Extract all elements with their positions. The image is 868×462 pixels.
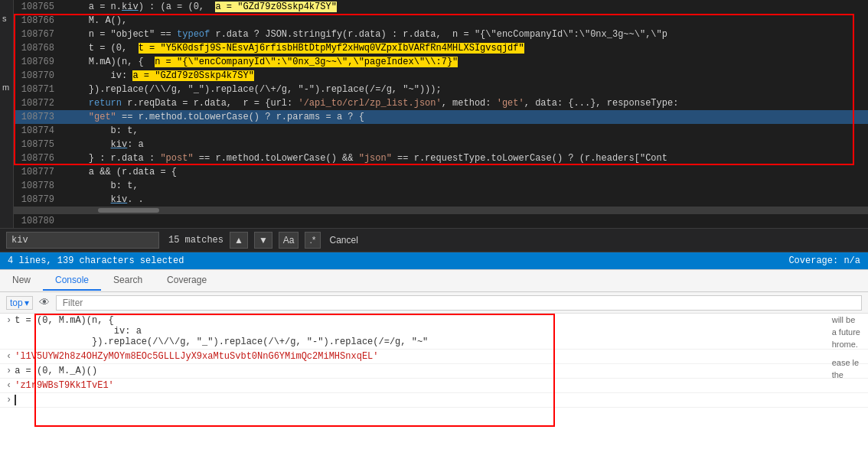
console-toolbar: top ▾ 👁 [0, 292, 868, 314]
editor-section: s m 108765 a = n.kiv) : (a = (0, a = "GZ… [0, 0, 868, 228]
code-line-108772: 108772 return r.reqData = r.data, r = {u… [14, 96, 868, 110]
console-msg-cursor[interactable]: › [0, 393, 868, 408]
code-line-108780: 108780 [0, 214, 868, 228]
find-input[interactable] [6, 232, 159, 249]
code-line-108776: 108776 } : r.data : "post" == r.method.t… [14, 151, 868, 165]
side-warnings: will be a future hrome. ease le the [832, 314, 860, 381]
output-arrow-4[interactable]: ‹ [6, 380, 11, 391]
tab-search[interactable]: Search [101, 271, 155, 291]
console-context-select[interactable]: top ▾ [6, 296, 33, 310]
console-msg-3: › a = (0, M._A)() [0, 364, 868, 379]
code-line-108774: 108774 b: t, [14, 124, 868, 138]
sidebar-char-s: s [2, 14, 7, 23]
devtools-tabbar: New Console Search Coverage [0, 269, 868, 292]
hscrollbar[interactable] [0, 207, 868, 214]
code-line-108778: 108778 b: t, [14, 179, 868, 193]
code-line-108767: 108767 n = "object" == typeof r.data ? J… [14, 28, 868, 41]
tab-new[interactable]: New [0, 271, 43, 291]
find-cancel-button[interactable]: Cancel [330, 235, 358, 246]
input-arrow-3[interactable]: › [6, 366, 11, 376]
code-line-108768: 108768 t = (0, t = "Y5K0dsfj9S-NEsvAj6rf… [14, 41, 868, 55]
code-line-108766: 108766 M. A(), [14, 14, 868, 28]
console-messages-container: › t = (0, M.mA)(n, { iv: a }).replace(/\… [0, 314, 868, 408]
output-arrow-2[interactable]: ‹ [6, 351, 11, 362]
status-coverage: Coverage: n/a [788, 255, 860, 266]
hscrollbar-thumb[interactable] [98, 208, 159, 213]
code-line-108770: 108770 iv: a = "GZd79z0Sskp4k7SY" [14, 69, 868, 83]
status-selection: 4 lines, 139 characters selected [8, 255, 184, 266]
find-regex-button[interactable]: .* [305, 232, 320, 249]
input-arrow-cursor[interactable]: › [6, 395, 11, 405]
code-lines: 108765 a = n.kiv) : (a = (0, a = "GZd79z… [0, 0, 868, 207]
input-arrow-1[interactable]: › [6, 315, 11, 326]
console-filter-input[interactable] [56, 295, 862, 311]
code-line-108779: 108779 kiv. . [14, 193, 868, 207]
sidebar-char-m: m [2, 83, 9, 92]
eye-icon[interactable]: 👁 [39, 297, 50, 309]
console-msg-4: ‹ 'z1r9WBsT9Kk1TvE1' [0, 379, 868, 393]
chevron-down-icon: ▾ [24, 298, 29, 308]
console-msg-2: ‹ 'l1V5UYW2h8z4OHZyMOYm8EOc5GLLLJyX9xaMt… [0, 350, 868, 364]
code-line-108765: 108765 a = n.kiv) : (a = (0, a = "GZd79z… [14, 0, 868, 14]
find-next-button[interactable]: ▼ [254, 232, 272, 249]
main-layout: s m 108765 a = n.kiv) : (a = (0, a = "GZ… [0, 0, 868, 462]
tab-coverage[interactable]: Coverage [155, 271, 219, 291]
tab-console[interactable]: Console [43, 271, 101, 291]
left-sidebar: s m [0, 0, 14, 228]
bottom-panel: New Console Search Coverage top ▾ 👁 › t … [0, 269, 868, 462]
code-line-108777: 108777 a && (r.data = { [14, 165, 868, 179]
console-msg-1: › t = (0, M.mA)(n, { iv: a }).replace(/\… [0, 314, 868, 350]
code-line-108775: 108775 kiv: a [14, 138, 868, 151]
code-line-108771: 108771 }).replace(/\\/g, "_").replace(/\… [14, 83, 868, 96]
code-line-108769: 108769 M.mA)(n, { n = "{\"encCompanyId\"… [14, 55, 868, 69]
find-case-button[interactable]: Aa [279, 232, 299, 249]
find-prev-button[interactable]: ▲ [230, 232, 248, 249]
code-line-108773: 108773 "get" == r.method.toLowerCase() ?… [14, 110, 868, 124]
context-label: top [10, 298, 23, 308]
find-bar: 15 matches ▲ ▼ Aa .* Cancel [0, 228, 868, 252]
status-bar: 4 lines, 139 characters selected Coverag… [0, 252, 868, 269]
find-matches: 15 matches [168, 235, 224, 246]
